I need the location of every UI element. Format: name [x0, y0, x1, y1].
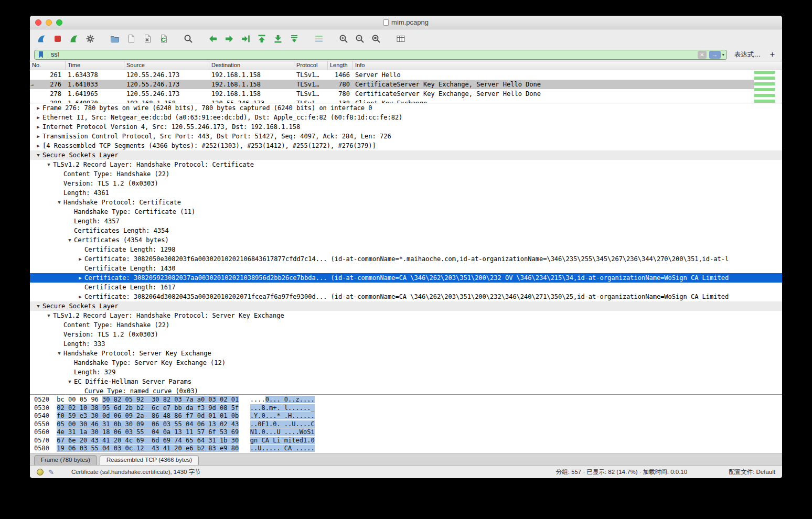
- hex-row[interactable]: 0540 f0 59 e3 30 0d 06 09 2a 86 48 86 f7…: [34, 412, 782, 420]
- column-header-proto[interactable]: Protocol: [294, 61, 328, 70]
- next-packet-button[interactable]: [221, 31, 237, 46]
- detail-node[interactable]: ▼Handshake Protocol: Certificate: [30, 198, 782, 207]
- expand-icon[interactable]: ▶: [34, 124, 42, 129]
- collapse-icon[interactable]: ▼: [55, 351, 63, 356]
- expert-info-icon[interactable]: [37, 469, 44, 475]
- detail-node[interactable]: ▶Certificate: 308205923082037aa003020102…: [30, 273, 782, 283]
- expand-icon[interactable]: ▶: [76, 294, 84, 299]
- collapse-icon[interactable]: ▼: [45, 313, 53, 318]
- detail-node[interactable]: ▶Certificate: 3082050e308203f6a003020102…: [30, 254, 782, 264]
- save-file-button[interactable]: [123, 31, 139, 46]
- byte-view-tab[interactable]: Reassembled TCP (4366 bytes): [100, 455, 199, 465]
- zoom-original-button[interactable]: [368, 31, 384, 46]
- collapse-icon[interactable]: ▼: [66, 237, 74, 243]
- hex-row[interactable]: 0550 05 00 30 46 31 0b 30 09 06 03 55 04…: [34, 420, 782, 429]
- add-filter-button[interactable]: +: [770, 50, 775, 59]
- restart-capture-button[interactable]: [66, 31, 82, 46]
- start-capture-button[interactable]: [33, 31, 49, 46]
- packet-row[interactable]: 2761.641033120.55.246.173192.168.1.158TL…: [30, 80, 782, 89]
- packet-row[interactable]: 2881.649970192.168.1.158120.55.246.173TL…: [30, 99, 782, 103]
- close-file-button[interactable]: [139, 31, 155, 46]
- zoom-out-button[interactable]: [351, 31, 368, 46]
- filter-bookmark-icon[interactable]: [37, 50, 45, 59]
- detail-node[interactable]: ▼EC Diffie-Hellman Server Params: [30, 377, 782, 386]
- detail-field[interactable]: Handshake Type: Certificate (11): [30, 207, 782, 217]
- collapse-icon[interactable]: ▼: [34, 153, 42, 158]
- detail-node[interactable]: ▶Certificate: 3082064d30820435a003020102…: [30, 292, 782, 301]
- filter-apply-icon[interactable]: →: [709, 51, 721, 59]
- detail-node[interactable]: ▼Certificates (4354 bytes): [30, 235, 782, 245]
- reload-file-button[interactable]: [155, 31, 172, 46]
- expression-button[interactable]: 表达式…: [734, 50, 761, 59]
- expand-icon[interactable]: ▶: [76, 275, 84, 280]
- capture-options-button[interactable]: [82, 31, 98, 46]
- go-to-packet-button[interactable]: [237, 31, 253, 46]
- detail-node[interactable]: ▶Frame 276: 780 bytes on wire (6240 bits…: [30, 103, 782, 113]
- filter-value[interactable]: ssl: [51, 51, 695, 58]
- title-bar[interactable]: mim.pcapng: [30, 16, 782, 29]
- column-header-dst[interactable]: Destination: [209, 61, 294, 70]
- detail-field[interactable]: Handshake Type: Server Key Exchange (12): [30, 358, 782, 367]
- expand-icon[interactable]: ▶: [34, 143, 42, 148]
- detail-field[interactable]: Certificates Length: 4354: [30, 226, 782, 235]
- profile-status[interactable]: 配置文件: Default: [729, 468, 775, 476]
- expand-icon[interactable]: ▶: [34, 105, 42, 111]
- detail-field[interactable]: Curve Type: named curve (0x03): [30, 386, 782, 395]
- first-packet-button[interactable]: [253, 31, 270, 46]
- detail-node[interactable]: ▼Secure Sockets Layer: [30, 301, 782, 311]
- filter-dropdown-icon[interactable]: ▾: [722, 52, 724, 57]
- colorize-packets-button[interactable]: [311, 31, 327, 46]
- zoom-window-button[interactable]: [56, 19, 62, 26]
- detail-field[interactable]: Length: 333: [30, 339, 782, 349]
- detail-node[interactable]: ▶Transmission Control Protocol, Src Port…: [30, 132, 782, 141]
- capture-comment-icon[interactable]: ✎: [48, 468, 54, 476]
- detail-node[interactable]: ▼TLSv1.2 Record Layer: Handshake Protoco…: [30, 160, 782, 169]
- expand-icon[interactable]: ▶: [34, 134, 42, 139]
- zoom-in-button[interactable]: [335, 31, 351, 46]
- detail-node[interactable]: ▼Secure Sockets Layer: [30, 150, 782, 160]
- column-header-time[interactable]: Time: [66, 61, 124, 70]
- column-header-src[interactable]: Source: [124, 61, 209, 70]
- hex-row[interactable]: 0530 02 02 10 38 95 6d 2b b2 6c e7 bb da…: [34, 404, 782, 413]
- collapse-icon[interactable]: ▼: [45, 162, 53, 167]
- find-packet-button[interactable]: [180, 31, 196, 46]
- detail-field[interactable]: Certificate Length: 1298: [30, 245, 782, 254]
- open-file-button[interactable]: [106, 31, 123, 46]
- packet-row[interactable]: 2781.641965120.55.246.173192.168.1.158TL…: [30, 89, 782, 99]
- detail-field[interactable]: Certificate Length: 1617: [30, 283, 782, 292]
- byte-view-tab[interactable]: Frame (780 bytes): [34, 455, 97, 465]
- filter-clear-icon[interactable]: ✕: [698, 51, 707, 59]
- detail-node[interactable]: ▼Handshake Protocol: Server Key Exchange: [30, 349, 782, 358]
- collapse-icon[interactable]: ▼: [55, 200, 63, 205]
- previous-packet-button[interactable]: [205, 31, 221, 46]
- detail-node[interactable]: ▶Ethernet II, Src: Netgear_ee:dc:bd (a0:…: [30, 113, 782, 122]
- intelligent-scrollbar-minimap[interactable]: [754, 71, 775, 103]
- resize-columns-button[interactable]: [392, 31, 409, 46]
- column-header-no[interactable]: No.: [30, 61, 66, 70]
- detail-field[interactable]: Content Type: Handshake (22): [30, 320, 782, 330]
- column-header-len[interactable]: Length: [328, 61, 353, 70]
- detail-field[interactable]: Version: TLS 1.2 (0x0303): [30, 330, 782, 339]
- expand-icon[interactable]: ▶: [34, 115, 42, 120]
- expand-icon[interactable]: ▶: [76, 256, 84, 262]
- detail-field[interactable]: Length: 4361: [30, 188, 782, 198]
- close-window-button[interactable]: [35, 19, 41, 26]
- auto-scroll-button[interactable]: [286, 31, 302, 46]
- detail-field[interactable]: Length: 4357: [30, 217, 782, 226]
- stop-capture-button[interactable]: [49, 31, 66, 46]
- packet-row[interactable]: 2611.634378120.55.246.173192.168.1.158TL…: [30, 70, 782, 80]
- column-header-info[interactable]: Info: [353, 61, 782, 70]
- detail-node[interactable]: ▼TLSv1.2 Record Layer: Handshake Protoco…: [30, 311, 782, 320]
- collapse-icon[interactable]: ▼: [34, 304, 42, 309]
- detail-field[interactable]: Version: TLS 1.2 (0x0303): [30, 179, 782, 188]
- detail-field[interactable]: Content Type: Handshake (22): [30, 169, 782, 179]
- packet-list-scrollbar[interactable]: [775, 71, 782, 103]
- hex-row[interactable]: 0520 bc 00 05 96 30 82 05 92 30 82 03 7a…: [34, 396, 782, 404]
- minimize-window-button[interactable]: [46, 19, 52, 26]
- hex-row[interactable]: 0570 67 6e 20 43 41 20 4c 69 6d 69 74 65…: [34, 437, 782, 445]
- collapse-icon[interactable]: ▼: [66, 379, 74, 384]
- hex-row[interactable]: 0580 19 06 03 55 04 03 0c 12 43 41 20 e6…: [34, 445, 782, 453]
- detail-node[interactable]: ▶Internet Protocol Version 4, Src: 120.5…: [30, 122, 782, 132]
- detail-field[interactable]: Certificate Length: 1430: [30, 264, 782, 273]
- detail-field[interactable]: Length: 329: [30, 367, 782, 377]
